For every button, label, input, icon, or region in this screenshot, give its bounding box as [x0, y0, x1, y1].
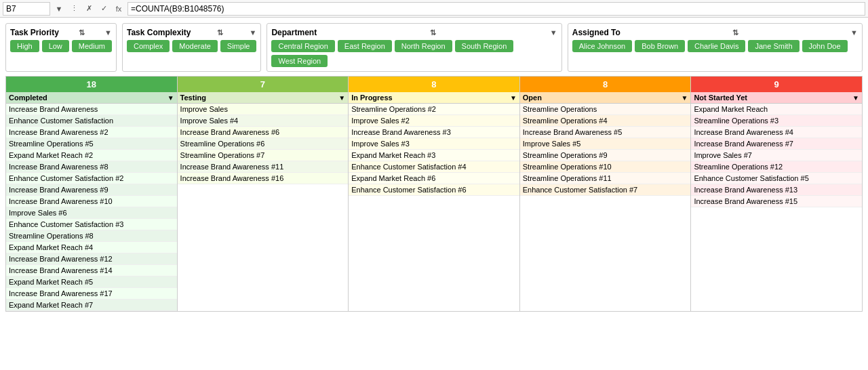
- kanban-item: Streamline Operations #9: [520, 150, 691, 161]
- task-priority-filter: Task Priority ⇅ ▼ High Low Medium: [5, 23, 117, 72]
- kanban-item: Increase Brand Awareness #17: [6, 288, 177, 300]
- kanban-item: Enhance Customer Satisfaction #6: [349, 184, 519, 196]
- priority-btn-high[interactable]: High: [10, 40, 39, 52]
- dropdown-icon[interactable]: ▼: [53, 3, 65, 15]
- priority-btn-low[interactable]: Low: [42, 40, 69, 52]
- kanban-item: Expand Market Reach: [691, 104, 862, 115]
- task-complexity-filter: Task Complexity ⇅ ▼ Complex Moderate Sim…: [122, 23, 262, 72]
- assigned-to-filter: Assigned To ⇅ ▼ Alice Johnson Bob Brown …: [568, 23, 863, 72]
- kanban-item: Improve Sales #6: [6, 207, 177, 219]
- assigned-buttons: Alice Johnson Bob Brown Charlie Davis Ja…: [572, 40, 858, 52]
- assigned-filter-icon[interactable]: ▼: [850, 28, 858, 37]
- kanban-item: Improve Sales #7: [691, 150, 862, 161]
- assigned-sort-icon[interactable]: ⇅: [732, 28, 738, 37]
- kanban-item: Increase Brand Awareness #14: [6, 265, 177, 276]
- kanban-col-inprogress: 8 In Progress ▼ Streamline Operations #2…: [349, 77, 520, 311]
- kanban-item: Improve Sales #3: [349, 138, 519, 150]
- kanban-item: Increase Brand Awareness #5: [520, 127, 691, 138]
- cancel-icon[interactable]: ✗: [83, 3, 95, 15]
- kanban-item: Enhance Customer Satisfaction #4: [349, 161, 519, 173]
- cell-reference-input[interactable]: [3, 2, 50, 16]
- completed-subheader: Completed ▼: [6, 92, 177, 104]
- kanban-item: Streamline Operations #5: [6, 138, 177, 150]
- kanban-item: Streamline Operations #7: [178, 150, 349, 161]
- confirm-icon[interactable]: ✓: [98, 3, 110, 15]
- filter-panels: Task Priority ⇅ ▼ High Low Medium Task C…: [5, 23, 863, 72]
- main-content: Task Priority ⇅ ▼ High Low Medium Task C…: [0, 18, 868, 317]
- assigned-btn-john[interactable]: John Doe: [802, 40, 848, 52]
- complexity-filter-icon[interactable]: ▼: [250, 28, 257, 37]
- task-complexity-label: Task Complexity: [127, 28, 191, 37]
- notstarted-dropdown-icon[interactable]: ▼: [852, 94, 859, 102]
- priority-btn-medium[interactable]: Medium: [72, 40, 112, 52]
- department-sort-icon[interactable]: ⇅: [430, 28, 436, 37]
- kanban-item: Enhance Customer Satisfaction: [6, 115, 177, 127]
- assigned-btn-charlie[interactable]: Charlie Davis: [688, 40, 745, 52]
- kanban-item: Enhance Customer Satisfaction #2: [6, 173, 177, 184]
- department-filter-icon[interactable]: ▼: [550, 28, 557, 37]
- kanban-item: Increase Brand Awareness #12: [6, 253, 177, 265]
- kanban-item: Expand Market Reach #2: [6, 150, 177, 161]
- complexity-buttons: Complex Moderate Simple: [127, 40, 257, 52]
- open-subheader: Open ▼: [520, 92, 691, 104]
- assigned-to-label: Assigned To: [572, 28, 620, 37]
- kanban-item: Increase Brand Awareness #13: [691, 184, 862, 196]
- kanban-item: Expand Market Reach #5: [6, 276, 177, 288]
- complexity-btn-moderate[interactable]: Moderate: [172, 40, 217, 52]
- assigned-btn-alice[interactable]: Alice Johnson: [572, 40, 633, 52]
- kanban-item: Improve Sales #4: [178, 115, 349, 127]
- kanban-col-open: 8 Open ▼ Streamline Operations Streamlin…: [520, 77, 692, 311]
- kanban-item: Increase Brand Awareness: [6, 104, 177, 115]
- kanban-item: Streamline Operations #11: [520, 173, 691, 184]
- dept-btn-east[interactable]: East Region: [338, 40, 392, 52]
- testing-subheader: Testing ▼: [178, 92, 349, 104]
- completed-dropdown-icon[interactable]: ▼: [167, 94, 174, 102]
- dept-btn-west[interactable]: West Region: [271, 55, 328, 67]
- kanban-item: Increase Brand Awareness #8: [6, 161, 177, 173]
- kanban-item: Increase Brand Awareness #6: [178, 127, 349, 138]
- kanban-item: Enhance Customer Satisfaction #3: [6, 219, 177, 230]
- kanban-item: Streamline Operations #3: [691, 115, 862, 127]
- formula-input[interactable]: [127, 2, 865, 16]
- complexity-btn-simple[interactable]: Simple: [220, 40, 257, 52]
- formula-bar: ▼ ⋮ ✗ ✓ fx: [0, 0, 868, 18]
- inprogress-dropdown-icon[interactable]: ▼: [510, 94, 517, 102]
- department-filter: Department ⇅ ▼ Central Region East Regio…: [267, 23, 561, 72]
- assigned-btn-bob[interactable]: Bob Brown: [635, 40, 685, 52]
- open-dropdown-icon[interactable]: ▼: [681, 94, 688, 102]
- kanban-item: Streamline Operations #8: [6, 230, 177, 242]
- kanban-item: Increase Brand Awareness #10: [6, 196, 177, 207]
- kanban-item: Increase Brand Awareness #15: [691, 196, 862, 207]
- priority-sort-icon[interactable]: ⇅: [79, 28, 85, 37]
- kanban-item: Expand Market Reach #3: [349, 150, 519, 161]
- inprogress-subheader: In Progress ▼: [349, 92, 519, 104]
- notstarted-subheader: Not Started Yet ▼: [691, 92, 862, 104]
- assigned-btn-jane[interactable]: Jane Smith: [748, 40, 799, 52]
- kanban-item: Streamline Operations #12: [691, 161, 862, 173]
- complexity-btn-complex[interactable]: Complex: [127, 40, 170, 52]
- dept-btn-north[interactable]: North Region: [395, 40, 452, 52]
- testing-dropdown-icon[interactable]: ▼: [338, 94, 345, 102]
- kanban-item: Improve Sales: [178, 104, 349, 115]
- dept-btn-south[interactable]: South Region: [455, 40, 514, 52]
- completed-header: 18: [6, 77, 177, 92]
- kanban-item: Expand Market Reach #4: [6, 242, 177, 253]
- task-priority-label: Task Priority: [10, 28, 59, 37]
- kanban-item: Expand Market Reach #7: [6, 300, 177, 311]
- kanban-item: Increase Brand Awareness #3: [349, 127, 519, 138]
- testing-header: 7: [178, 77, 349, 92]
- notstarted-header: 9: [691, 77, 862, 92]
- kanban-item: Streamline Operations #2: [349, 104, 519, 115]
- priority-buttons: High Low Medium: [10, 40, 112, 52]
- function-icon: fx: [113, 3, 125, 15]
- dept-btn-central[interactable]: Central Region: [271, 40, 334, 52]
- department-buttons: Central Region East Region North Region …: [271, 40, 557, 67]
- more-options-icon[interactable]: ⋮: [68, 3, 80, 15]
- kanban-item: Streamline Operations #4: [520, 115, 691, 127]
- kanban-item: Increase Brand Awareness #16: [178, 173, 349, 184]
- kanban-item: Increase Brand Awareness #9: [6, 184, 177, 196]
- complexity-sort-icon[interactable]: ⇅: [217, 28, 223, 37]
- kanban-item: Improve Sales #2: [349, 115, 519, 127]
- kanban-item: Enhance Customer Satisfaction #7: [520, 184, 691, 196]
- priority-filter-icon[interactable]: ▼: [104, 28, 112, 37]
